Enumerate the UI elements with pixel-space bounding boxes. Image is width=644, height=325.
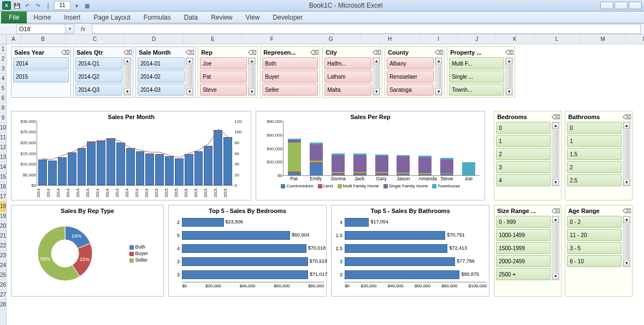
slicer-item[interactable]: Seller [262, 84, 318, 96]
slicer-scrollbar[interactable]: ▲▼ [505, 57, 513, 96]
row-header[interactable]: 9 [0, 113, 6, 123]
minimize-button[interactable] [600, 2, 613, 9]
slicer-item[interactable]: Both [262, 57, 318, 69]
column-header[interactable]: G [302, 34, 361, 44]
slicer-item[interactable]: 3 [496, 161, 551, 173]
row-header[interactable]: 1 [0, 44, 6, 54]
undo-icon[interactable]: ↶ [23, 1, 32, 10]
name-box-dropdown-icon[interactable]: ▾ [66, 24, 74, 34]
row-header[interactable]: 23 [0, 251, 6, 261]
row-header[interactable]: 12 [0, 143, 6, 152]
slicer-item[interactable]: 2014-Q2 [75, 70, 122, 82]
column-header[interactable]: K [496, 34, 534, 44]
slicer-item[interactable]: Saratoga [387, 84, 434, 96]
ribbon-tab-developer[interactable]: Developer [266, 12, 309, 23]
slicer-item[interactable]: Rensselaer [387, 70, 434, 82]
slicer-item[interactable]: 2 [496, 148, 551, 160]
slicer-scrollbar[interactable]: ▲▼ [248, 57, 256, 96]
clear-filter-icon[interactable]: ⌫ [373, 49, 379, 56]
row-header[interactable]: 25 [0, 270, 6, 280]
row-header[interactable]: 21 [0, 231, 6, 241]
row-header[interactable]: 26 [0, 280, 6, 290]
slicer-item[interactable]: Buyer [262, 70, 318, 82]
select-all-corner[interactable] [0, 34, 6, 44]
ribbon-tab-page-layout[interactable]: Page Layout [87, 12, 137, 23]
row-header[interactable]: 2 [0, 54, 6, 64]
row-header[interactable]: 24 [0, 261, 6, 270]
row-header[interactable]: 14 [0, 162, 6, 172]
slicer-item[interactable]: Albany [387, 57, 434, 69]
slicer-scrollbar[interactable]: ▲▼ [623, 122, 630, 186]
column-header[interactable]: C [66, 34, 125, 44]
slicer-item[interactable]: 3 - 5 [567, 242, 622, 254]
ribbon-tab-formulas[interactable]: Formulas [137, 12, 178, 23]
qat-number-box[interactable]: 11 [54, 1, 70, 10]
column-header[interactable]: E [184, 34, 243, 44]
row-header[interactable]: 11 [0, 133, 6, 143]
row-header[interactable]: 5 [0, 84, 6, 93]
clear-filter-icon[interactable]: ⌫ [123, 49, 130, 56]
ribbon-tab-home[interactable]: Home [27, 12, 57, 23]
fx-icon[interactable]: fx [78, 26, 88, 32]
row-header[interactable]: 18 [0, 202, 6, 211]
ribbon-tab-data[interactable]: Data [178, 12, 204, 23]
ribbon-tab-insert[interactable]: Insert [57, 12, 87, 23]
ribbon-tab-review[interactable]: Review [204, 12, 239, 23]
column-header[interactable]: N [626, 34, 644, 44]
clear-filter-icon[interactable]: ⌫ [310, 49, 317, 56]
slicer-item[interactable]: Townh... [449, 84, 504, 96]
qat-dropdown-icon[interactable]: ▾ [72, 1, 81, 10]
row-header[interactable]: 19 [0, 211, 6, 221]
slicer-item[interactable]: 1 [496, 135, 551, 147]
slicer-item[interactable]: 2014-01 [138, 57, 185, 69]
column-header[interactable]: M [580, 34, 626, 44]
slicer-item[interactable]: 2000-2499 [496, 255, 551, 267]
slicer-item[interactable]: 1.5 [567, 148, 622, 160]
clear-filter-icon[interactable]: ⌫ [505, 49, 512, 56]
clear-filter-icon[interactable]: ⌫ [61, 49, 68, 56]
slicer-item[interactable]: 4 [496, 174, 551, 186]
column-header[interactable]: D [125, 34, 184, 44]
slicer-item[interactable]: 6 - 10 [567, 255, 622, 267]
row-header[interactable]: 15 [0, 172, 6, 182]
column-header[interactable]: H [361, 34, 420, 44]
qat-more-icon[interactable]: ▦ [82, 1, 91, 10]
slicer-item[interactable]: Multi F... [449, 57, 504, 69]
slicer-item[interactable]: 2014-02 [138, 70, 185, 82]
slicer-item[interactable]: 2.5 [567, 174, 622, 186]
row-header[interactable]: 8 [0, 103, 6, 113]
save-icon[interactable]: 💾 [13, 1, 21, 10]
column-header[interactable]: J [458, 34, 496, 44]
row-header[interactable]: 22 [0, 241, 6, 251]
slicer-item[interactable]: Latham [324, 70, 371, 82]
row-header[interactable]: 20 [0, 221, 6, 231]
slicer-item[interactable]: 2014 [13, 57, 69, 69]
row-header[interactable]: 4 [0, 74, 6, 84]
slicer-item[interactable]: Malta [324, 84, 371, 96]
slicer-scrollbar[interactable]: ▲▼ [373, 57, 380, 96]
slicer-item[interactable]: 11 - 20 [567, 229, 622, 241]
slicer-item[interactable]: 1000-1499 [496, 229, 551, 241]
redo-icon[interactable]: ↷ [33, 1, 42, 10]
row-header[interactable]: 28 [0, 300, 6, 310]
column-header[interactable]: F [243, 34, 302, 44]
ribbon-tab-view[interactable]: View [239, 12, 267, 23]
close-button[interactable] [629, 2, 642, 9]
slicer-item[interactable]: 2014-03 [138, 84, 185, 96]
slicer-item[interactable]: 1 [567, 135, 622, 147]
slicer-item[interactable]: Steve [200, 84, 247, 96]
slicer-scrollbar[interactable]: ▲▼ [123, 57, 131, 96]
slicer-item[interactable]: 2014-Q3 [75, 84, 122, 96]
slicer-item[interactable]: Halfm... [324, 57, 371, 69]
slicer-item[interactable]: 0 - 2 [567, 216, 622, 228]
row-header[interactable]: 16 [0, 182, 6, 192]
slicer-item[interactable]: 0 [496, 122, 551, 134]
slicer-item[interactable]: Joe [200, 57, 247, 69]
row-header[interactable]: 3 [0, 64, 6, 74]
slicer-item[interactable]: Pat [200, 70, 247, 82]
slicer-scrollbar[interactable]: ▲▼ [552, 216, 559, 280]
clear-filter-icon[interactable]: ⌫ [435, 49, 441, 56]
clear-filter-icon[interactable]: ⌫ [623, 114, 629, 120]
slicer-scrollbar[interactable]: ▲▼ [552, 122, 559, 186]
maximize-button[interactable] [615, 2, 628, 9]
